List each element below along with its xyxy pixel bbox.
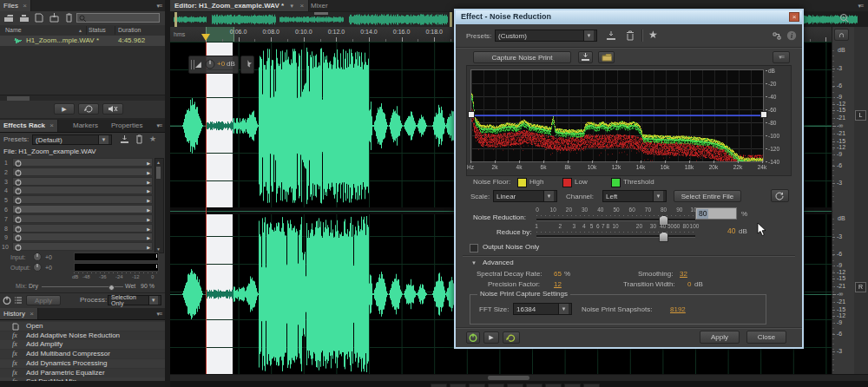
slot-arrow-icon[interactable]: ▶ xyxy=(147,226,150,232)
power-icon[interactable] xyxy=(15,179,22,186)
power-icon[interactable] xyxy=(15,187,22,194)
snapshots-value[interactable]: 8192 xyxy=(670,305,686,313)
save-noise-print-button[interactable] xyxy=(578,51,593,63)
reduce-by-track[interactable] xyxy=(536,235,695,238)
history-item[interactable]: fx Add Dynamics Processing xyxy=(0,359,165,368)
zoom-tool-icon[interactable] xyxy=(839,13,850,23)
file-row[interactable]: H1_Zoom...mple.WAV * 4:45.962 xyxy=(0,36,165,46)
reset-button[interactable] xyxy=(771,189,789,202)
close-button[interactable]: Close xyxy=(746,331,786,344)
sort-asc-icon[interactable]: ▲ xyxy=(78,28,82,33)
dialog-close-button[interactable]: × xyxy=(789,12,799,22)
threshold-handle-left[interactable] xyxy=(468,111,475,118)
info-icon[interactable]: i xyxy=(786,30,797,41)
tab-editor[interactable]: Editor: H1_Zoom_example.WAV * ▼ × xyxy=(170,0,309,11)
advanced-disclosure-icon[interactable]: ▼ xyxy=(471,260,477,266)
auto-play-button[interactable] xyxy=(102,103,123,115)
spectral-decay-value[interactable]: 65 xyxy=(554,270,562,278)
tab-effects-rack[interactable]: Effects Rack × xyxy=(0,120,58,132)
close-icon[interactable]: × xyxy=(23,2,27,10)
effect-slot[interactable]: ▶ xyxy=(12,186,153,194)
noise-reduction-dialog[interactable]: Effect - Noise Reduction × Presets: (Cus… xyxy=(454,9,804,349)
power-icon[interactable] xyxy=(15,226,22,233)
panel-menu-icon[interactable]: ▾≡ xyxy=(156,3,161,10)
effect-slot[interactable]: ▶ xyxy=(12,214,153,223)
playhead-line[interactable] xyxy=(206,42,207,374)
process-select[interactable]: Selection Only ▼ xyxy=(108,295,161,305)
transport-button[interactable] xyxy=(469,384,485,387)
preview-play-button[interactable]: ▶ xyxy=(483,331,499,344)
effect-slot[interactable]: ▶ xyxy=(12,205,153,213)
slot-arrow-icon[interactable]: ▶ xyxy=(147,217,150,222)
close-icon[interactable]: × xyxy=(49,121,54,129)
effect-power-toggle[interactable] xyxy=(466,331,480,344)
transport-button[interactable] xyxy=(564,384,581,387)
save-preset-icon[interactable] xyxy=(606,31,616,41)
close-icon[interactable]: × xyxy=(300,2,305,10)
threshold-handle-right[interactable] xyxy=(760,111,767,118)
volume-knob-icon[interactable] xyxy=(205,59,215,69)
noise-reduction-input[interactable]: 80 xyxy=(695,207,737,220)
delete-preset-icon[interactable] xyxy=(135,134,143,144)
advanced-label[interactable]: Advanced xyxy=(483,259,514,267)
rack-power-icon[interactable] xyxy=(3,296,11,305)
rack-route-icon[interactable] xyxy=(772,31,782,41)
column-name[interactable]: Name xyxy=(5,27,22,34)
preview-loop-button[interactable] xyxy=(503,331,520,344)
history-item[interactable]: fx Add Multiband Compressor xyxy=(0,350,165,358)
tab-history[interactable]: History × xyxy=(0,308,38,319)
power-icon[interactable] xyxy=(15,234,22,241)
panel-menu-icon[interactable]: ▾≡ xyxy=(156,122,161,129)
transition-width-value[interactable]: 0 xyxy=(687,280,691,288)
save-preset-icon[interactable] xyxy=(120,135,129,144)
spectrum-graph[interactable]: dB-20-40-60-80-100-120-140 Hz2k4k6k8k10k… xyxy=(466,65,792,176)
channel-badge-right[interactable]: R xyxy=(855,282,866,292)
trash-icon[interactable] xyxy=(65,13,73,23)
transport-button[interactable] xyxy=(450,384,466,387)
channel-select[interactable]: Left ▼ xyxy=(602,190,667,202)
transport-button[interactable] xyxy=(431,384,447,387)
power-icon[interactable] xyxy=(15,207,22,213)
channel-badge-left[interactable]: L xyxy=(855,110,866,121)
slot-arrow-icon[interactable]: ▶ xyxy=(147,161,150,166)
tab-markers[interactable]: Markers xyxy=(73,121,98,130)
transport-button[interactable] xyxy=(526,384,542,387)
chevron-down-icon[interactable]: ▼ xyxy=(289,3,294,9)
favorite-star-icon[interactable]: ★ xyxy=(149,134,156,143)
panel-menu-icon[interactable]: ▾≡ xyxy=(858,3,863,10)
transport-button[interactable] xyxy=(507,384,523,387)
close-icon[interactable]: × xyxy=(30,310,34,318)
loop-button[interactable] xyxy=(78,103,99,115)
slot-arrow-icon[interactable]: ▶ xyxy=(147,245,150,250)
plot-area[interactable] xyxy=(470,69,764,162)
select-entire-file-button[interactable]: Select Entire File xyxy=(674,190,741,202)
output-gain[interactable]: +0 xyxy=(45,265,52,272)
fade-icon[interactable]: ◢ xyxy=(195,60,201,69)
transport-button[interactable] xyxy=(545,384,562,387)
history-item[interactable]: fx Add Parametric Equalizer xyxy=(0,369,165,377)
history-item[interactable]: fx Add Amplify xyxy=(0,340,165,349)
effect-slot[interactable]: ▶ xyxy=(12,224,153,233)
import-file-icon[interactable] xyxy=(49,13,59,23)
reduce-by-handle[interactable] xyxy=(659,232,668,242)
slot-arrow-icon[interactable]: ▶ xyxy=(147,207,150,213)
scroll-thumb[interactable] xyxy=(488,376,529,380)
tab-files[interactable]: Files × xyxy=(0,0,31,11)
effect-slot[interactable]: ▶ xyxy=(12,158,153,167)
mix-slider-handle[interactable] xyxy=(108,285,115,291)
history-item[interactable]: Open xyxy=(0,322,165,331)
open-folder-icon[interactable] xyxy=(3,14,14,23)
output-noise-only-checkbox[interactable] xyxy=(470,244,478,253)
hud-pin-button[interactable] xyxy=(240,56,254,74)
selection-region[interactable] xyxy=(206,42,233,374)
dialog-preset-select[interactable]: (Custom) ▼ xyxy=(495,30,597,42)
new-file-icon[interactable] xyxy=(35,13,43,23)
scroll-thumb[interactable] xyxy=(156,167,161,179)
delete-preset-icon[interactable] xyxy=(626,30,635,41)
slot-arrow-icon[interactable]: ▶ xyxy=(147,170,150,175)
transport-button[interactable] xyxy=(488,384,504,387)
power-icon[interactable] xyxy=(15,244,22,251)
rack-apply-button[interactable]: Apply xyxy=(26,295,61,305)
hud-volume[interactable]: ◢ +0 dB xyxy=(188,56,239,74)
effect-slot[interactable]: ▶ xyxy=(12,167,153,176)
